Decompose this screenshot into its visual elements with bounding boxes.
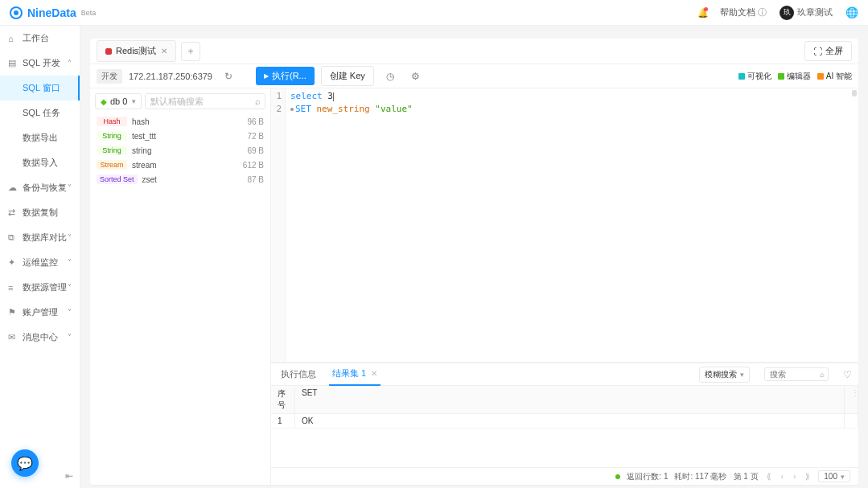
- sidebar-icon: ▤: [8, 58, 18, 68]
- code-editor[interactable]: 12 select 3SET new_string "value": [271, 88, 858, 363]
- sidebar-item-5[interactable]: ✦运维监控˅: [0, 250, 80, 275]
- search-icon[interactable]: ⌕: [820, 370, 825, 379]
- key-size: 69 B: [247, 146, 264, 155]
- user-menu[interactable]: 玖 玖章测试: [780, 6, 833, 20]
- sidebar-item-7[interactable]: ⚑账户管理˅: [0, 300, 80, 325]
- key-list: Hashhash96 BStringtest_ttt72 BStringstri…: [90, 114, 270, 485]
- logo-icon: [10, 6, 23, 19]
- search-mode-select[interactable]: 模糊搜索 ▾: [699, 367, 750, 383]
- scrollbar-thumb[interactable]: [852, 90, 857, 96]
- key-type-badge: Sorted Set: [97, 174, 138, 184]
- visual-mode-toggle[interactable]: 可视化: [738, 71, 771, 82]
- favorite-button[interactable]: ♡: [843, 369, 852, 380]
- key-type-badge: String: [97, 131, 127, 141]
- chevron-icon: ˅: [68, 333, 72, 342]
- create-key-button[interactable]: 创建 Key: [321, 66, 374, 86]
- help-link[interactable]: 帮助文档 ⓘ: [720, 6, 767, 18]
- logo[interactable]: NineData Beta: [10, 6, 96, 19]
- key-row[interactable]: Hashhash96 B: [90, 114, 270, 129]
- sidebar-icon: ⌂: [8, 34, 18, 43]
- db-selector[interactable]: ◆ db 0 ▾: [95, 93, 142, 109]
- column-header-seq[interactable]: 序号: [271, 386, 295, 413]
- sidebar-item-1[interactable]: ▤SQL 开发˄: [0, 51, 80, 76]
- sidebar-subitem-1-1[interactable]: SQL 任务: [0, 100, 80, 125]
- chevron-icon: ˅: [68, 233, 72, 242]
- toolbar: 开发 172.21.187.250:6379 ↻ 执行(R... 创建 Key …: [90, 64, 858, 88]
- sidebar-item-8[interactable]: ✉消息中心˅: [0, 325, 80, 350]
- key-row[interactable]: Sorted Setzset87 B: [90, 172, 270, 187]
- sidebar-collapse-button[interactable]: ⇤: [65, 470, 73, 482]
- avatar: 玖: [780, 6, 794, 20]
- add-tab-button[interactable]: +: [181, 42, 200, 61]
- expand-icon: ⛶: [813, 47, 822, 56]
- resultset-1-tab[interactable]: 结果集 1 ✕: [329, 363, 381, 386]
- key-name: string: [132, 146, 247, 155]
- result-table: 序号 SET ⋮ 1 OK: [271, 386, 858, 467]
- run-button[interactable]: 执行(R...: [256, 67, 315, 85]
- key-type-badge: Hash: [97, 117, 127, 126]
- chevron-icon: ˅: [68, 183, 72, 192]
- env-badge: 开发: [97, 69, 122, 84]
- sidebar-item-3[interactable]: ⇄数据复制: [0, 200, 80, 225]
- key-size: 72 B: [247, 132, 264, 141]
- close-icon[interactable]: ✕: [161, 47, 167, 55]
- sidebar-item-6[interactable]: ≡数据源管理˅: [0, 275, 80, 300]
- key-name: zset: [142, 175, 248, 184]
- code-content[interactable]: select 3SET new_string "value": [286, 88, 858, 362]
- chevron-down-icon: ▾: [740, 371, 744, 379]
- redis-icon: [105, 48, 112, 55]
- result-search-input[interactable]: [764, 367, 829, 381]
- sidebar-icon: ✦: [8, 257, 18, 268]
- last-page-button[interactable]: ⟫: [804, 472, 812, 481]
- exec-info-tab[interactable]: 执行信息: [278, 363, 319, 385]
- results-panel: 执行信息 结果集 1 ✕ 模糊搜索 ▾: [271, 363, 858, 467]
- sidebar-item-2[interactable]: ☁备份与恢复˅: [0, 175, 80, 200]
- tab-redis-test[interactable]: Redis测试 ✕: [97, 40, 176, 62]
- sidebar-subitem-1-3[interactable]: 数据导入: [0, 150, 80, 175]
- chevron-down-icon: ▾: [132, 97, 136, 105]
- settings-button[interactable]: ⚙: [406, 67, 426, 86]
- refresh-button[interactable]: ↻: [219, 67, 238, 86]
- key-name: test_ttt: [132, 132, 247, 141]
- fullscreen-button[interactable]: ⛶ 全屏: [804, 41, 852, 61]
- language-switch[interactable]: 🌐: [845, 6, 858, 18]
- key-search-input[interactable]: [145, 93, 265, 109]
- notifications-button[interactable]: [697, 8, 707, 18]
- search-icon[interactable]: ⌕: [255, 96, 261, 106]
- table-row[interactable]: 1 OK: [271, 414, 858, 429]
- chevron-icon: ˅: [68, 308, 72, 317]
- sidebar-subitem-1-0[interactable]: SQL 窗口: [0, 76, 80, 100]
- sidebar-subitem-1-2[interactable]: 数据导出: [0, 125, 80, 150]
- editor-mode-toggle[interactable]: 编辑器: [778, 71, 811, 82]
- key-browser-panel: ◆ db 0 ▾ ⌕ Hashhash96 BStringtest_ttt72 …: [90, 88, 271, 485]
- editor-tabs-bar: Redis测试 ✕ + ⛶ 全屏: [90, 39, 858, 64]
- sidebar-item-0[interactable]: ⌂工作台: [0, 26, 80, 51]
- sidebar-icon: ⧉: [8, 232, 18, 243]
- prev-page-button[interactable]: ‹: [780, 472, 785, 481]
- chevron-icon: ˅: [68, 283, 72, 292]
- sidebar-item-4[interactable]: ⧉数据库对比˅: [0, 225, 80, 250]
- key-size: 87 B: [247, 175, 264, 184]
- key-name: stream: [132, 161, 243, 170]
- status-bar: 返回行数: 1 耗时: 117 毫秒 第 1 页 ⟪ ‹ › ⟫ 100 ▾: [271, 467, 858, 485]
- key-row[interactable]: Stringtest_ttt72 B: [90, 129, 270, 143]
- column-header-set[interactable]: SET: [295, 386, 845, 413]
- brand-name: NineData: [27, 6, 76, 19]
- sidebar-icon: ⚑: [8, 307, 18, 318]
- next-page-button[interactable]: ›: [792, 472, 797, 481]
- history-button[interactable]: ◷: [381, 67, 400, 86]
- key-row[interactable]: Streamstream612 B: [90, 158, 270, 172]
- first-page-button[interactable]: ⟪: [765, 472, 773, 481]
- ai-mode-toggle[interactable]: AI 智能: [817, 71, 852, 82]
- chevron-down-icon: ▾: [841, 473, 845, 481]
- tab-label: Redis测试: [116, 45, 156, 57]
- column-settings-button[interactable]: ⋮: [845, 386, 858, 413]
- key-name: hash: [132, 117, 247, 126]
- chat-button[interactable]: 💬: [11, 449, 39, 477]
- help-label: 帮助文档: [720, 6, 755, 18]
- close-icon[interactable]: ✕: [371, 369, 377, 378]
- user-label: 玖章测试: [797, 6, 833, 18]
- key-type-badge: String: [97, 146, 127, 155]
- key-row[interactable]: Stringstring69 B: [90, 143, 270, 158]
- page-size-select[interactable]: 100 ▾: [818, 470, 850, 482]
